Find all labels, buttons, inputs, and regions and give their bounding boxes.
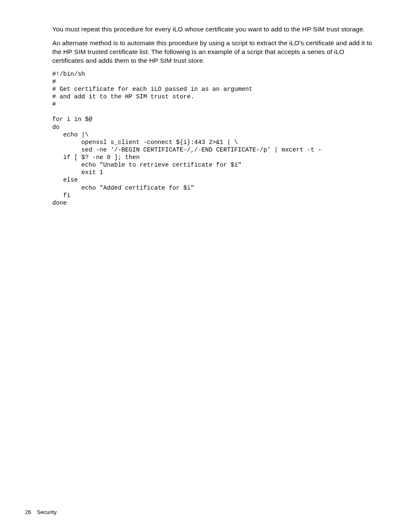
body-paragraph-2: An alternate method is to automate this … [52,39,374,65]
page-number: 26 [25,509,31,515]
body-paragraph-1: You must repeat this procedure for every… [52,25,374,34]
code-block: #!/bin/sh # # Get certificate for each i… [52,70,374,207]
section-name: Security [37,509,56,515]
page-footer: 26 Security [25,509,56,515]
